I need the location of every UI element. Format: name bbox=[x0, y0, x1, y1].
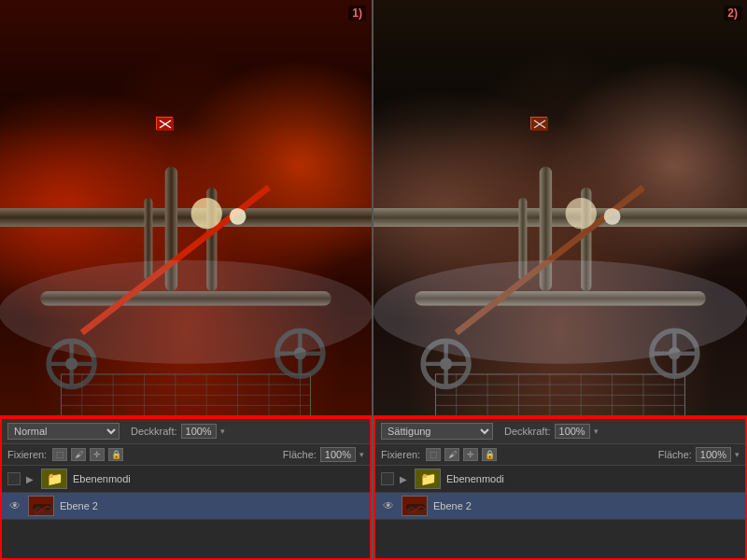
eye-icon-right[interactable]: 👁 bbox=[381, 499, 396, 512]
fix-transparent-icon-left[interactable]: ⬚ bbox=[52, 448, 67, 461]
layer-thumb-image-right bbox=[402, 497, 427, 515]
layer-name-ebenenmodi-left: Ebenenmodi bbox=[73, 473, 131, 484]
machinery-right bbox=[374, 125, 747, 416]
svg-point-18 bbox=[230, 208, 247, 225]
folder-icon-left: 📁 bbox=[42, 469, 66, 488]
opacity-arrow-left[interactable]: ▾ bbox=[220, 427, 225, 436]
svg-point-49 bbox=[440, 357, 452, 370]
layer-thumb-ebene2-right bbox=[402, 496, 428, 516]
badge-left: 1) bbox=[348, 6, 366, 21]
fixieren-label-right: Fixieren: bbox=[381, 449, 420, 460]
folder-icon-right: 📁 bbox=[416, 469, 440, 488]
opacity-value-right[interactable]: 100% bbox=[555, 424, 590, 439]
layer-item-ebene2-right[interactable]: 👁 Ebene 2 bbox=[375, 493, 745, 520]
flache-arrow-right[interactable]: ▾ bbox=[735, 450, 740, 459]
image-area-left: 1) bbox=[0, 0, 372, 415]
flache-label-right: Fläche: bbox=[658, 449, 692, 460]
layer-visibility-checkbox-right-0[interactable] bbox=[381, 472, 394, 485]
svg-point-12 bbox=[65, 357, 78, 370]
badge-right: 2) bbox=[724, 6, 741, 21]
layer-name-ebene2-left: Ebene 2 bbox=[60, 500, 98, 511]
flache-arrow-left[interactable]: ▾ bbox=[359, 450, 364, 459]
svg-point-31 bbox=[0, 259, 372, 363]
fix-paint-icon-right[interactable]: 🖌 bbox=[444, 448, 459, 461]
eye-icon-left[interactable]: 👁 bbox=[7, 499, 22, 512]
fix-move-icon-left[interactable]: ✛ bbox=[90, 448, 105, 461]
svg-point-54 bbox=[566, 197, 597, 228]
fix-paint-icon-left[interactable]: 🖌 bbox=[71, 448, 86, 461]
flache-value-right[interactable]: 100% bbox=[696, 447, 731, 462]
layer-thumb-image-left bbox=[29, 497, 53, 515]
flache-value-left[interactable]: 100% bbox=[320, 447, 356, 462]
layers-panel-outline-right: Normal Auflösen Abdunkeln Multiplizieren… bbox=[374, 417, 747, 560]
opacity-label-right: Deckkraft: bbox=[504, 426, 551, 437]
opacity-value-left[interactable]: 100% bbox=[181, 424, 217, 439]
layer-expand-arrow-right-0[interactable]: ▶ bbox=[400, 474, 407, 484]
blend-row-right: Normal Auflösen Abdunkeln Multiplizieren… bbox=[375, 419, 745, 444]
layers-panel-left: Normal Auflösen Abdunkeln Multiplizieren… bbox=[0, 415, 372, 560]
layer-item-ebene2-left[interactable]: 👁 Ebene 2 bbox=[2, 493, 370, 520]
layers-panel-outline-left: Normal Auflösen Abdunkeln Multiplizieren… bbox=[0, 417, 372, 560]
svg-point-17 bbox=[191, 197, 222, 228]
machinery-left bbox=[0, 125, 372, 416]
svg-rect-40 bbox=[374, 208, 747, 227]
fix-lock-icon-right[interactable]: 🔒 bbox=[482, 448, 497, 461]
svg-point-55 bbox=[604, 208, 621, 225]
image-area-right: 2) bbox=[374, 0, 747, 415]
svg-rect-3 bbox=[0, 208, 372, 227]
layer-name-ebenenmodi-right: Ebenenmodi bbox=[446, 473, 504, 484]
blend-row-left: Normal Auflösen Abdunkeln Multiplizieren… bbox=[2, 419, 370, 444]
flache-label-left: Fläche: bbox=[283, 449, 317, 460]
layer-expand-arrow-left-0[interactable]: ▶ bbox=[26, 474, 34, 484]
fix-lock-icon-left[interactable]: 🔒 bbox=[108, 448, 123, 461]
layer-item-ebenenmodi-right[interactable]: ▶ 📁 Ebenenmodi bbox=[375, 466, 745, 493]
panel-left: 1) Normal Auflösen Abdunkeln Multiplizie… bbox=[0, 0, 374, 560]
layer-visibility-checkbox-left-0[interactable] bbox=[7, 472, 21, 485]
panel-right: 2) Normal Auflösen Abdunkeln Multiplizie… bbox=[374, 0, 747, 560]
opacity-arrow-right[interactable]: ▾ bbox=[594, 427, 599, 436]
layer-thumb-ebenenmodi-right: 📁 bbox=[415, 469, 441, 489]
blend-mode-select-left[interactable]: Normal Auflösen Abdunkeln Multiplizieren… bbox=[7, 423, 120, 440]
fixieren-row-left: Fixieren: ⬚ 🖌 ✛ 🔒 Fläche: 100% ▾ bbox=[2, 444, 370, 466]
layer-thumb-ebenenmodi-left: 📁 bbox=[41, 469, 67, 489]
fix-transparent-icon-right[interactable]: ⬚ bbox=[426, 448, 441, 461]
opacity-label-left: Deckkraft: bbox=[131, 426, 177, 437]
svg-point-68 bbox=[374, 259, 747, 363]
fixieren-label-left: Fixieren: bbox=[7, 449, 47, 460]
blend-mode-select-right[interactable]: Normal Auflösen Abdunkeln Multiplizieren… bbox=[381, 423, 493, 440]
fix-move-icon-right[interactable]: ✛ bbox=[463, 448, 478, 461]
main-container: 1) Normal Auflösen Abdunkeln Multiplizie… bbox=[0, 0, 747, 560]
layers-panel-right: Normal Auflösen Abdunkeln Multiplizieren… bbox=[374, 415, 747, 560]
layer-item-ebenenmodi-left[interactable]: ▶ 📁 Ebenenmodi bbox=[2, 466, 370, 493]
layer-thumb-ebene2-left bbox=[28, 496, 54, 516]
layer-name-ebene2-right: Ebene 2 bbox=[433, 500, 472, 511]
fixieren-row-right: Fixieren: ⬚ 🖌 ✛ 🔒 Fläche: 100% ▾ bbox=[375, 444, 745, 466]
